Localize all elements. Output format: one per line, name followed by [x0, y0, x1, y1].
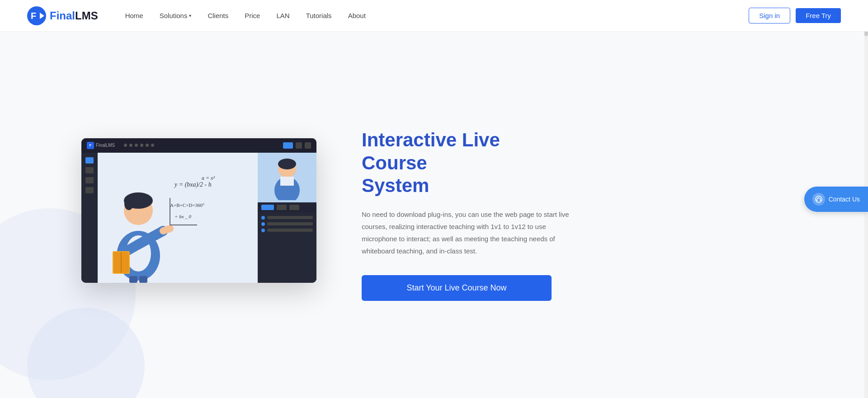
- hero-section: F FinalLMS: [0, 32, 868, 398]
- chat-area: [258, 212, 316, 283]
- nav-item-clients[interactable]: Clients: [208, 12, 228, 19]
- chat-dot: [261, 216, 265, 220]
- contact-label: Contact Us: [829, 196, 860, 203]
- main-nav: Home Solutions ▾ Clients Price LAN Tutor…: [125, 12, 749, 19]
- video-ctrl-btn-2: [277, 205, 287, 210]
- chat-dot: [261, 229, 265, 232]
- sidebar-btn-active: [85, 157, 94, 164]
- svg-rect-27: [816, 200, 817, 201]
- svg-point-23: [278, 159, 296, 169]
- sidebar-item-3: [85, 187, 94, 193]
- freetry-button[interactable]: Free Try: [796, 8, 841, 23]
- window-body: y = (bxa)/2 - h a = x² A+B+C+D=360° + bx…: [81, 153, 316, 283]
- illustration: F FinalLMS: [81, 138, 326, 292]
- start-course-button[interactable]: Start Your Live Course Now: [362, 275, 552, 301]
- svg-text:a = x²: a = x²: [202, 175, 215, 181]
- sidebar-item-1: [85, 167, 94, 173]
- logo-text: FinalLMS: [50, 9, 98, 22]
- window-controls: [283, 142, 311, 149]
- video-ctrl-btn-1: [261, 205, 274, 210]
- chat-line-1: [261, 216, 313, 220]
- contact-icon: [812, 193, 825, 206]
- student-video: [258, 153, 316, 202]
- chat-line-3: [261, 229, 313, 232]
- nav-item-tutorials[interactable]: Tutorials: [306, 12, 332, 19]
- headset-icon: [815, 196, 822, 203]
- nav-item-about[interactable]: About: [348, 12, 366, 19]
- math-equations: y = (bxa)/2 - h a = x² A+B+C+D=360° + bx…: [161, 162, 258, 243]
- hero-headline: Interactive Live Course System: [362, 129, 570, 197]
- svg-text:F: F: [31, 11, 36, 21]
- video-ctrl-btn-3: [289, 205, 299, 210]
- svg-rect-25: [280, 177, 294, 186]
- logo-icon: F: [27, 6, 46, 25]
- header-actions: Sign in Free Try: [749, 8, 841, 23]
- student-illustration: [269, 155, 305, 200]
- nav-item-price[interactable]: Price: [245, 12, 260, 19]
- svg-text:y = (bxa)/2 - h: y = (bxa)/2 - h: [174, 181, 212, 188]
- header: F FinalLMS Home Solutions ▾ Clients Pric…: [0, 0, 868, 32]
- chat-text: [267, 216, 313, 219]
- svg-point-7: [124, 197, 133, 210]
- window-right-panel: [258, 153, 316, 283]
- app-window-mockup: F FinalLMS: [81, 138, 316, 283]
- chat-text: [267, 222, 313, 225]
- window-sidebar: [81, 153, 98, 283]
- chat-text: [267, 229, 313, 232]
- window-titlebar: F FinalLMS: [81, 138, 316, 153]
- window-logo-icon: F: [87, 142, 94, 149]
- chat-line-2: [261, 222, 313, 226]
- nav-item-lan[interactable]: LAN: [276, 12, 289, 19]
- svg-text:+ bx _ 0: + bx _ 0: [175, 214, 192, 219]
- video-controls: [258, 202, 316, 212]
- sidebar-item-2: [85, 177, 94, 183]
- svg-rect-14: [129, 276, 137, 283]
- hero-description: No need to download plug-ins, you can us…: [362, 208, 570, 257]
- chevron-down-icon: ▾: [189, 13, 191, 18]
- logo[interactable]: F FinalLMS: [27, 6, 98, 25]
- nav-item-home[interactable]: Home: [125, 12, 143, 19]
- chat-dot: [261, 222, 265, 226]
- contact-us-float[interactable]: Contact Us: [804, 187, 868, 212]
- window-logo-text: FinalLMS: [96, 143, 115, 148]
- window-logo: F FinalLMS: [87, 142, 115, 149]
- window-nav-dots: [124, 144, 154, 147]
- whiteboard: y = (bxa)/2 - h a = x² A+B+C+D=360° + bx…: [98, 153, 258, 283]
- svg-text:A+B+C+D=360°: A+B+C+D=360°: [170, 202, 204, 208]
- hero-content: Interactive Live Course System No need t…: [362, 129, 570, 300]
- signin-button[interactable]: Sign in: [749, 8, 790, 23]
- svg-rect-15: [139, 276, 147, 283]
- svg-point-26: [816, 196, 822, 202]
- nav-item-solutions[interactable]: Solutions ▾: [160, 12, 192, 19]
- svg-rect-28: [820, 200, 821, 201]
